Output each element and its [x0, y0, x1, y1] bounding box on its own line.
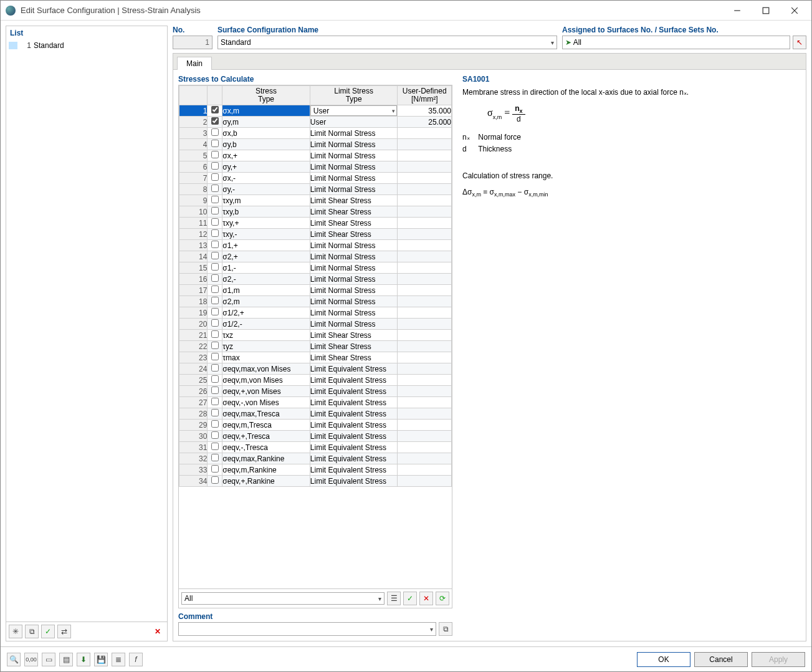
- grid-cell-stress-type[interactable]: σx,b: [222, 128, 310, 139]
- new-item-button[interactable]: ✳: [9, 625, 22, 638]
- grid-row-checkbox[interactable]: [211, 218, 219, 226]
- grid-cell-stress-type[interactable]: τxz: [222, 330, 310, 341]
- grid-row-index[interactable]: 1: [179, 105, 208, 117]
- grid-cell-limit-type[interactable]: Limit Equivalent Stress: [310, 420, 398, 431]
- grid-row-checkbox[interactable]: [211, 162, 219, 170]
- grid-row[interactable]: 13σ1,+Limit Normal Stress: [179, 240, 452, 251]
- grid-row-index[interactable]: 31: [179, 442, 208, 453]
- grid-row-checkbox[interactable]: [211, 375, 219, 383]
- grid-row-checkbox[interactable]: [211, 364, 219, 372]
- grid-row[interactable]: 1σx,mUser▾35.000: [179, 105, 452, 117]
- grid-cell-stress-type[interactable]: σ1/2,+: [222, 307, 310, 319]
- grid-cell-user-defined[interactable]: [398, 296, 452, 307]
- grid-row[interactable]: 33σeqv,m,RankineLimit Equivalent Stress: [179, 464, 452, 476]
- grid-cell-stress-type[interactable]: σx,-: [222, 173, 310, 184]
- grid-cell-user-defined[interactable]: 35.000: [398, 105, 452, 117]
- delete-item-button[interactable]: ✕: [151, 625, 165, 638]
- grid-cell-stress-type[interactable]: σeqv,m,von Mises: [222, 375, 310, 386]
- grid-cell-chk[interactable]: [208, 408, 222, 420]
- grid-row[interactable]: 28σeqv,max,TrescaLimit Equivalent Stress: [179, 408, 452, 420]
- grid-cell-user-defined[interactable]: [398, 128, 452, 139]
- grid-row-checkbox[interactable]: [211, 409, 219, 416]
- grid-row-index[interactable]: 10: [179, 206, 208, 218]
- grid-row-checkbox[interactable]: [211, 229, 219, 237]
- grid-cell-chk[interactable]: [208, 363, 222, 375]
- grid-cell-stress-type[interactable]: σeqv,-,Tresca: [222, 442, 310, 453]
- grid-cell-limit-type[interactable]: Limit Normal Stress: [310, 285, 398, 296]
- grid-cell-user-defined[interactable]: [398, 285, 452, 296]
- grid-cell-limit-type[interactable]: Limit Shear Stress: [310, 330, 398, 341]
- pick-surfaces-button[interactable]: ↖: [793, 36, 806, 49]
- grid-row-checkbox[interactable]: [211, 252, 219, 259]
- close-button[interactable]: [780, 1, 809, 20]
- grid-cell-stress-type[interactable]: σ2,+: [222, 251, 310, 262]
- grid-cell-limit-type[interactable]: Limit Normal Stress: [310, 262, 398, 274]
- grid-row-checkbox[interactable]: [211, 106, 219, 113]
- grid-row[interactable]: 27σeqv,-,von MisesLimit Equivalent Stres…: [179, 397, 452, 408]
- grid-row[interactable]: 9τxy,mLimit Shear Stress: [179, 195, 452, 206]
- grid-cell-stress-type[interactable]: σeqv,max,von Mises: [222, 363, 310, 375]
- copy-item-button[interactable]: ⧉: [25, 625, 39, 638]
- cancel-button[interactable]: Cancel: [694, 652, 748, 667]
- grid-cell-stress-type[interactable]: τxy,+: [222, 218, 310, 229]
- grid-cell-chk[interactable]: [208, 375, 222, 386]
- units-button[interactable]: 0,00: [24, 653, 38, 666]
- grid-cell-limit-type[interactable]: Limit Equivalent Stress: [310, 442, 398, 453]
- grid-cell-limit-type[interactable]: Limit Shear Stress: [310, 218, 398, 229]
- grid-row[interactable]: 19σ1/2,+Limit Normal Stress: [179, 307, 452, 319]
- grid-row[interactable]: 21τxzLimit Shear Stress: [179, 330, 452, 341]
- grid-cell-stress-type[interactable]: σy,-: [222, 184, 310, 195]
- grid-cell-chk[interactable]: [208, 285, 222, 296]
- grid-cell-limit-type[interactable]: Limit Normal Stress: [310, 150, 398, 161]
- grid-row[interactable]: 4σy,bLimit Normal Stress: [179, 139, 452, 150]
- grid-row-index[interactable]: 14: [179, 251, 208, 262]
- save-button[interactable]: 💾: [94, 653, 108, 666]
- grid-row[interactable]: 30σeqv,+,TrescaLimit Equivalent Stress: [179, 431, 452, 442]
- grid-cell-chk[interactable]: [208, 240, 222, 251]
- grid-row-index[interactable]: 5: [179, 150, 208, 161]
- grid-row[interactable]: 26σeqv,+,von MisesLimit Equivalent Stres…: [179, 386, 452, 397]
- grid-row-index[interactable]: 16: [179, 274, 208, 285]
- grid-cell-limit-type[interactable]: Limit Shear Stress: [310, 195, 398, 206]
- grid-cell-limit-type[interactable]: Limit Normal Stress: [310, 139, 398, 150]
- uncheck-all-grid-button[interactable]: ✕: [419, 592, 433, 605]
- grid-cell-limit-type[interactable]: Limit Equivalent Stress: [310, 453, 398, 464]
- grid-cell-limit-type[interactable]: Limit Shear Stress: [310, 352, 398, 363]
- grid-cell-user-defined[interactable]: [398, 319, 452, 330]
- grid-row-index[interactable]: 20: [179, 319, 208, 330]
- grid-row-checkbox[interactable]: [211, 443, 219, 450]
- grid-cell-limit-type[interactable]: Limit Shear Stress: [310, 206, 398, 218]
- grid-cell-limit-type[interactable]: Limit Normal Stress: [310, 184, 398, 195]
- grid-cell-chk[interactable]: [208, 184, 222, 195]
- grid-row-checkbox[interactable]: [211, 454, 219, 461]
- grid-cell-limit-type[interactable]: User▾: [310, 105, 398, 117]
- grid-row-checkbox[interactable]: [211, 308, 219, 315]
- grid-row[interactable]: 24σeqv,max,von MisesLimit Equivalent Str…: [179, 363, 452, 375]
- grid-cell-limit-type[interactable]: Limit Equivalent Stress: [310, 375, 398, 386]
- grid-cell-stress-type[interactable]: σeqv,max,Tresca: [222, 408, 310, 420]
- grid-row[interactable]: 22τyzLimit Shear Stress: [179, 341, 452, 352]
- grid-cell-stress-type[interactable]: σeqv,-,von Mises: [222, 397, 310, 408]
- config-list-item[interactable]: 1 Standard: [6, 40, 167, 51]
- grid-cell-chk[interactable]: [208, 105, 222, 117]
- grid-cell-stress-type[interactable]: σy,+: [222, 161, 310, 173]
- grid-row[interactable]: 29σeqv,m,TrescaLimit Equivalent Stress: [179, 420, 452, 431]
- grid-row-index[interactable]: 6: [179, 161, 208, 173]
- apply-button[interactable]: Apply: [752, 652, 805, 667]
- config-list[interactable]: 1 Standard: [6, 40, 167, 622]
- grid-cell-user-defined[interactable]: [398, 229, 452, 240]
- grid-row-checkbox[interactable]: [211, 431, 219, 439]
- stress-grid[interactable]: Stress Type Limit Stress Type User-Defin…: [179, 85, 452, 588]
- grid-row-index[interactable]: 2: [179, 117, 208, 128]
- grid-row-checkbox[interactable]: [211, 420, 219, 428]
- grid-cell-stress-type[interactable]: σ1,-: [222, 262, 310, 274]
- grid-cell-user-defined[interactable]: [398, 476, 452, 487]
- grid-cell-limit-type[interactable]: Limit Normal Stress: [310, 128, 398, 139]
- grid-cell-user-defined[interactable]: [398, 408, 452, 420]
- comment-library-button[interactable]: ⧉: [439, 622, 452, 636]
- grid-row[interactable]: 12τxy,-Limit Shear Stress: [179, 229, 452, 240]
- grid-cell-user-defined[interactable]: [398, 420, 452, 431]
- grid-cell-limit-type[interactable]: Limit Shear Stress: [310, 229, 398, 240]
- comment-field[interactable]: ▾: [178, 622, 436, 636]
- grid-row-checkbox[interactable]: [211, 319, 219, 327]
